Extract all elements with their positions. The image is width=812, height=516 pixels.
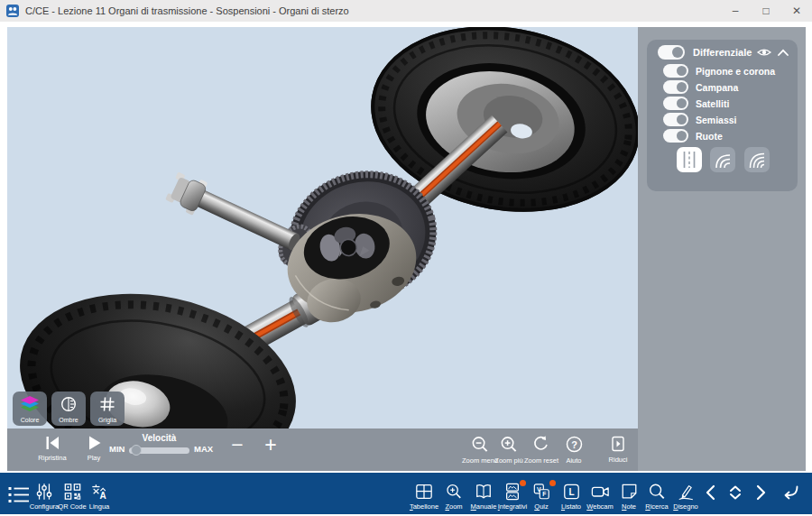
sharp-curve-road-icon <box>749 151 765 169</box>
zoom-in-icon <box>499 435 519 454</box>
3d-viewport[interactable]: Colore Ombre Griglia <box>7 27 638 428</box>
translate-icon: A <box>90 483 109 501</box>
speed-increase-button[interactable]: + <box>264 434 276 456</box>
layer-row-ruote: Ruote <box>663 129 723 143</box>
grid-icon <box>99 396 115 412</box>
shadow-tool-button[interactable]: Ombre <box>51 392 86 426</box>
chevron-up-icon[interactable] <box>778 49 789 57</box>
road-sharp-curve-button[interactable] <box>744 147 770 172</box>
grid-tool-button[interactable]: Griglia <box>90 392 125 426</box>
titlebar: C/CE - Lezione 11 Organi di trasmissione… <box>0 0 812 22</box>
speed-min-label: MIN <box>109 444 125 454</box>
board-grid-icon <box>414 483 434 501</box>
layer-row-campana: Campana <box>663 80 738 94</box>
speed-decrease-button[interactable]: − <box>231 434 243 456</box>
speed-slider-knob[interactable] <box>131 445 142 456</box>
differenziale-toggle[interactable] <box>658 45 685 60</box>
svg-text:F: F <box>542 491 546 497</box>
ruote-toggle[interactable] <box>663 129 688 143</box>
nav-scroll-updown-button[interactable] <box>728 484 743 501</box>
svg-text:?: ? <box>571 439 577 450</box>
listing-L-icon: L <box>562 483 581 501</box>
road-curve-button[interactable] <box>710 147 735 172</box>
svg-text:L: L <box>568 487 574 497</box>
grid-tool-label: Griglia <box>98 417 116 423</box>
pignone-toggle[interactable] <box>663 64 688 78</box>
minimize-button[interactable]: – <box>720 0 751 22</box>
maximize-button[interactable]: □ <box>751 0 781 22</box>
zoom-plus-icon <box>444 483 464 501</box>
differential-3d-model <box>7 27 638 428</box>
layers-panel: Differenziale Pignone e corona Campana S… <box>647 40 798 191</box>
nav-prev-button[interactable] <box>704 484 716 501</box>
close-button[interactable]: ✕ <box>781 0 812 22</box>
straight-road-icon <box>681 151 697 169</box>
collapse-panel-button[interactable]: Riduci <box>596 435 640 464</box>
help-icon: ? <box>565 435 584 454</box>
app-window: C/CE - Lezione 11 Organi di trasmissione… <box>0 0 812 516</box>
help-button[interactable]: ? Aiuto <box>552 435 595 465</box>
quiz-vf-icon: VF <box>532 483 551 501</box>
speed-title: Velocità <box>129 433 189 443</box>
restart-button[interactable]: Ripristina <box>31 435 74 462</box>
speed-max-label: MAX <box>194 444 213 454</box>
layer-row-semiassi: Semiassi <box>663 113 737 126</box>
collapse-panel-icon <box>609 435 627 453</box>
return-arrow-icon <box>781 484 799 501</box>
semiassi-toggle[interactable] <box>663 113 688 126</box>
speed-slider[interactable] <box>129 447 189 454</box>
chevrons-up-down-icon <box>728 484 743 501</box>
open-book-icon <box>474 483 494 501</box>
skip-start-icon <box>44 435 60 451</box>
chevron-left-icon <box>704 484 716 501</box>
satelliti-toggle[interactable] <box>663 97 688 110</box>
pen-draw-icon <box>676 483 696 501</box>
shadow-tool-label: Ombre <box>59 417 78 423</box>
color-tool-label: Colore <box>21 417 40 423</box>
zoom-reset-icon <box>531 435 551 454</box>
nav-lingua[interactable]: A Lingua <box>78 483 120 511</box>
color-tool-button[interactable]: Colore <box>13 392 47 426</box>
layers-color-icon <box>20 396 40 412</box>
chevron-right-icon <box>755 484 768 501</box>
layers-panel-header: Differenziale <box>658 45 789 60</box>
window-title: C/CE - Lezione 11 Organi di trasmissione… <box>25 5 349 16</box>
differenziale-label: Differenziale <box>693 47 752 58</box>
playback-controls-bar: Ripristina Play MIN Velocità MAX − + Zoo… <box>7 428 638 471</box>
svg-text:A: A <box>99 491 106 501</box>
road-straight-button[interactable] <box>677 147 702 172</box>
nav-disegno[interactable]: Disegno <box>665 483 706 511</box>
app-icon <box>6 5 19 17</box>
nav-return-button[interactable] <box>781 484 799 501</box>
window-controls: – □ ✕ <box>720 0 812 22</box>
layer-row-satelliti: Satelliti <box>663 97 729 110</box>
search-icon <box>647 483 667 501</box>
media-gallery-icon <box>503 483 521 501</box>
layer-row-pignone: Pignone e corona <box>663 64 775 78</box>
nav-next-button[interactable] <box>755 484 768 501</box>
play-icon <box>86 435 102 451</box>
bottom-navbar: Configura QR Code A Lingua Tabellone Zoo… <box>0 473 812 514</box>
campana-toggle[interactable] <box>663 80 688 94</box>
visibility-eye-icon[interactable] <box>757 47 771 58</box>
curve-road-icon <box>715 151 731 169</box>
sphere-shading-icon <box>60 396 77 412</box>
right-sidebar: Differenziale Pignone e corona Campana S… <box>638 27 806 471</box>
